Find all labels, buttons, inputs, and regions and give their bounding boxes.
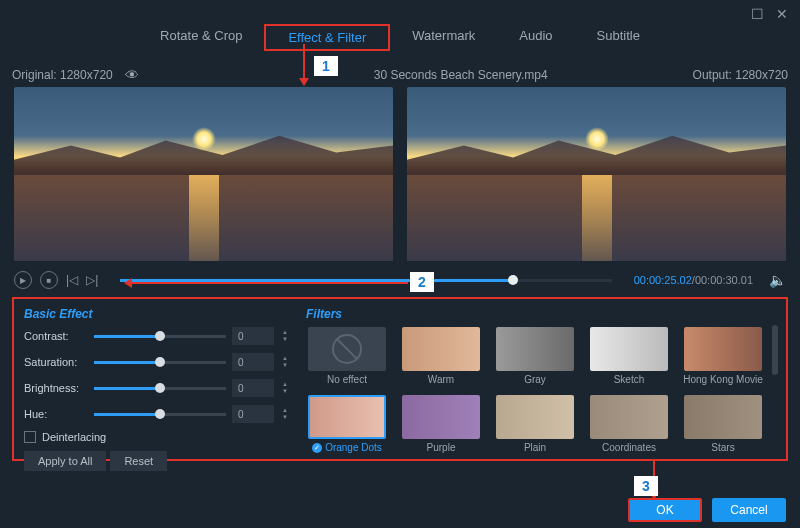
- annotation-3: 3: [634, 476, 658, 496]
- filter-no-effect[interactable]: No effect: [306, 327, 388, 385]
- preview-original: [14, 87, 393, 261]
- brightness-label: Brightness:: [24, 382, 88, 394]
- tab-bar: Rotate & Crop Effect & Filter Watermark …: [0, 0, 800, 61]
- filter-gray[interactable]: Gray: [494, 327, 576, 385]
- contrast-up-icon[interactable]: ▲: [282, 329, 288, 336]
- maximize-icon[interactable]: ☐: [751, 6, 764, 22]
- filter-stars[interactable]: Stars: [682, 395, 764, 453]
- filter-orange-dots[interactable]: ✓Orange Dots: [306, 395, 388, 453]
- ok-button[interactable]: OK: [628, 498, 702, 522]
- check-icon: ✓: [312, 443, 322, 453]
- contrast-label: Contrast:: [24, 330, 88, 342]
- prev-frame-icon[interactable]: |◁: [66, 273, 78, 287]
- filter-sketch[interactable]: Sketch: [588, 327, 670, 385]
- reset-button[interactable]: Reset: [110, 451, 167, 471]
- deinterlacing-checkbox[interactable]: [24, 431, 36, 443]
- play-icon[interactable]: ▶: [14, 271, 32, 289]
- filters-title: Filters: [306, 307, 776, 321]
- tab-watermark[interactable]: Watermark: [390, 24, 497, 51]
- annotation-2: 2: [410, 272, 434, 292]
- filter-warm[interactable]: Warm: [400, 327, 482, 385]
- eye-icon[interactable]: 👁: [125, 67, 139, 83]
- original-resolution: Original: 1280x720: [12, 68, 113, 82]
- brightness-down-icon[interactable]: ▼: [282, 388, 288, 395]
- saturation-value[interactable]: 0: [232, 353, 274, 371]
- hue-value[interactable]: 0: [232, 405, 274, 423]
- saturation-slider[interactable]: [94, 361, 226, 364]
- brightness-up-icon[interactable]: ▲: [282, 381, 288, 388]
- close-icon[interactable]: ✕: [776, 6, 788, 22]
- filter-purple[interactable]: Purple: [400, 395, 482, 453]
- cancel-button[interactable]: Cancel: [712, 498, 786, 522]
- hue-slider[interactable]: [94, 413, 226, 416]
- tab-audio[interactable]: Audio: [497, 24, 574, 51]
- output-resolution: Output: 1280x720: [693, 68, 788, 82]
- filter-coordinates[interactable]: Coordinates: [588, 395, 670, 453]
- annotation-arrow-1: [303, 44, 305, 78]
- contrast-value[interactable]: 0: [232, 327, 274, 345]
- seek-handle[interactable]: [508, 275, 518, 285]
- apply-to-all-button[interactable]: Apply to All: [24, 451, 106, 471]
- tab-effect-filter[interactable]: Effect & Filter: [264, 24, 390, 51]
- hue-down-icon[interactable]: ▼: [282, 414, 288, 421]
- stop-icon[interactable]: ■: [40, 271, 58, 289]
- saturation-label: Saturation:: [24, 356, 88, 368]
- hue-label: Hue:: [24, 408, 88, 420]
- preview-output: [407, 87, 786, 261]
- time-current: 00:00:25.02: [634, 274, 692, 286]
- filter-hong-kong-movie[interactable]: Hong Kong Movie: [682, 327, 764, 385]
- contrast-down-icon[interactable]: ▼: [282, 336, 288, 343]
- tab-subtitle[interactable]: Subtitle: [575, 24, 662, 51]
- brightness-value[interactable]: 0: [232, 379, 274, 397]
- time-duration: /00:00:30.01: [692, 274, 753, 286]
- brightness-slider[interactable]: [94, 387, 226, 390]
- hue-up-icon[interactable]: ▲: [282, 407, 288, 414]
- deinterlacing-label: Deinterlacing: [42, 431, 106, 443]
- saturation-down-icon[interactable]: ▼: [282, 362, 288, 369]
- saturation-up-icon[interactable]: ▲: [282, 355, 288, 362]
- volume-icon[interactable]: 🔈: [769, 272, 786, 288]
- filter-plain[interactable]: Plain: [494, 395, 576, 453]
- next-frame-icon[interactable]: ▷|: [86, 273, 98, 287]
- filters-scrollbar[interactable]: [772, 325, 778, 375]
- tab-rotate-crop[interactable]: Rotate & Crop: [138, 24, 264, 51]
- annotation-1: 1: [314, 56, 338, 76]
- annotation-arrow-2: [132, 282, 408, 284]
- contrast-slider[interactable]: [94, 335, 226, 338]
- basic-effect-title: Basic Effect: [24, 307, 288, 321]
